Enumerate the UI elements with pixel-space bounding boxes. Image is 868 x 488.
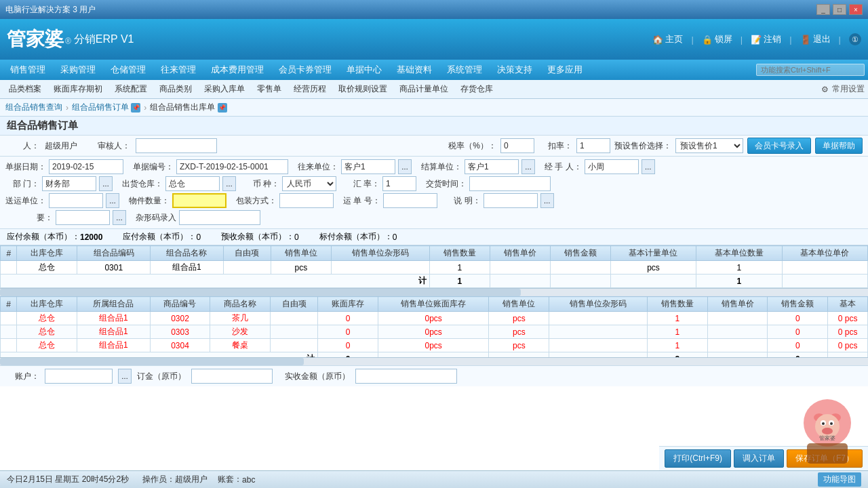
settleunit-input[interactable] bbox=[465, 159, 519, 174]
handler-input[interactable] bbox=[585, 159, 639, 174]
uncollect-label: 标付余额（本币）： bbox=[319, 231, 393, 243]
receive-input[interactable] bbox=[355, 369, 457, 384]
exchange-input[interactable] bbox=[382, 176, 416, 191]
itemcount-input[interactable] bbox=[172, 193, 226, 208]
shipnum-input[interactable] bbox=[383, 193, 437, 208]
note-ellipsis[interactable]: … bbox=[540, 193, 554, 208]
date-input[interactable] bbox=[49, 159, 123, 174]
nav-transaction[interactable]: 往来管理 bbox=[154, 62, 203, 77]
require-input[interactable] bbox=[56, 210, 110, 225]
dcol-code: 商品编号 bbox=[150, 297, 210, 312]
nav-member[interactable]: 会员卡券管理 bbox=[272, 62, 338, 77]
dept-input[interactable] bbox=[42, 176, 96, 191]
col-sale-price: 销售单价 bbox=[490, 246, 550, 261]
price-choice-select[interactable]: 预设售价1 bbox=[675, 138, 743, 153]
nav-warehouse[interactable]: 仓储管理 bbox=[104, 62, 153, 77]
col-warehouse: 出库仓库 bbox=[17, 246, 77, 261]
home-link[interactable]: 🏠 主页 bbox=[652, 33, 683, 45]
subnav-retail[interactable]: 零售单 bbox=[252, 82, 287, 96]
require-ellipsis[interactable]: … bbox=[113, 210, 126, 225]
pack-input[interactable] bbox=[279, 193, 334, 208]
uncollect-value: 0 bbox=[393, 232, 397, 242]
col-sale-barcode: 销售单位杂形码 bbox=[331, 246, 429, 261]
account-input[interactable] bbox=[45, 369, 113, 384]
subnav-price[interactable]: 取价规则设置 bbox=[333, 82, 393, 96]
breadcrumb-query[interactable]: 组合品销售查询 bbox=[5, 102, 62, 113]
shipping-input[interactable] bbox=[49, 193, 103, 208]
detail-scrollbar[interactable] bbox=[0, 357, 868, 365]
info-link[interactable]: ① bbox=[849, 33, 861, 45]
subnav-config[interactable]: 系统配置 bbox=[109, 82, 153, 96]
subnav-purchase-in[interactable]: 采购入库单 bbox=[199, 82, 250, 96]
subnav-warehouse[interactable]: 存货仓库 bbox=[455, 82, 498, 96]
nav-more[interactable]: 更多应用 bbox=[540, 62, 589, 77]
home-label: 主页 bbox=[665, 33, 683, 45]
nav-receipt[interactable]: 单据中心 bbox=[340, 62, 389, 77]
main-scrollbar[interactable] bbox=[0, 288, 868, 296]
subnav-product[interactable]: 品类档案 bbox=[3, 82, 47, 96]
detail-row-3: 总仓 组合品1 0304 餐桌 0 0pcs pcs 1 0 0 pcs bbox=[1, 339, 868, 352]
account-set-value: abc bbox=[242, 475, 255, 485]
exit-link[interactable]: 🚪 退出 bbox=[800, 33, 831, 45]
tounit-input[interactable] bbox=[341, 159, 395, 174]
handler-ellipsis[interactable]: … bbox=[642, 159, 655, 174]
nav-sales[interactable]: 销售管理 bbox=[3, 62, 52, 77]
account-ellipsis[interactable]: … bbox=[118, 369, 132, 384]
subnav-category[interactable]: 商品类别 bbox=[154, 82, 197, 96]
detail-table: # 出库仓库 所属组合品 商品编号 商品名称 自由项 账面库存 销售单位账面库存… bbox=[0, 296, 868, 357]
handler-label: 经 手 人： bbox=[545, 161, 582, 173]
subnav-history[interactable]: 经营历程 bbox=[288, 82, 332, 96]
logout-link[interactable]: 📝 注销 bbox=[751, 33, 781, 45]
close-button[interactable]: × bbox=[849, 4, 863, 15]
page-content: 组合品销售订单 人： 超级用户 审核人： 税率（%）： 扣率： 预设售价选择： … bbox=[0, 117, 868, 470]
docnum-input[interactable] bbox=[176, 159, 288, 174]
tounit-ellipsis[interactable]: … bbox=[398, 159, 412, 174]
discount-input[interactable] bbox=[576, 138, 610, 153]
app-header: 管家婆 ® 分销ERP V1 🏠 主页 | 🔒 锁屏 | 📝 注销 | 🚪 退出… bbox=[0, 19, 868, 60]
svg-text:管家婆: 管家婆 bbox=[819, 435, 835, 441]
exchange-time-input[interactable] bbox=[469, 176, 551, 191]
nav-basic[interactable]: 基础资料 bbox=[390, 62, 439, 77]
help-button[interactable]: 单据帮助 bbox=[815, 138, 863, 154]
svg-point-4 bbox=[822, 428, 833, 434]
settleunit-ellipsis[interactable]: … bbox=[521, 159, 535, 174]
audit-input[interactable] bbox=[136, 138, 217, 153]
subnav-unit[interactable]: 商品计量单位 bbox=[394, 82, 454, 96]
maximize-button[interactable]: □ bbox=[833, 4, 846, 15]
col-sale-unit: 销售单位 bbox=[271, 246, 331, 261]
print-button[interactable]: 打印(Ctrl+F9) bbox=[665, 449, 731, 468]
character-image: 管家婆 bbox=[787, 389, 868, 470]
order-input[interactable] bbox=[191, 369, 273, 384]
lock-link[interactable]: 🔒 锁屏 bbox=[702, 33, 732, 45]
nav-purchase[interactable]: 采购管理 bbox=[54, 62, 102, 77]
barcode-input[interactable] bbox=[179, 210, 260, 225]
warehouse-ellipsis[interactable]: … bbox=[222, 176, 236, 191]
member-card-button[interactable]: 会员卡号录入 bbox=[747, 138, 811, 154]
sub-nav: 品类档案 账面库存期初 系统配置 商品类别 采购入库单 零售单 经营历程 取价规… bbox=[0, 80, 868, 99]
window-controls[interactable]: _ □ × bbox=[816, 4, 863, 15]
subnav-stock-init[interactable]: 账面库存期初 bbox=[48, 82, 108, 96]
dcol-sale-unit: 销售单位 bbox=[489, 297, 549, 312]
currency-select[interactable]: 人民币 bbox=[282, 176, 336, 191]
import-button[interactable]: 调入订单 bbox=[734, 449, 784, 468]
operator-label: 操作员： bbox=[142, 474, 175, 485]
warehouse-input[interactable] bbox=[165, 176, 220, 191]
col-sale-amount: 销售金额 bbox=[550, 246, 610, 261]
function-map[interactable]: 功能导图 bbox=[818, 472, 861, 487]
collect-label: 预收余额（本币）： bbox=[221, 231, 294, 243]
person-value: 超级用户 bbox=[45, 140, 77, 152]
nav-system[interactable]: 系统管理 bbox=[440, 62, 489, 77]
col-base-unit: 基本计量单位 bbox=[610, 246, 696, 261]
home-icon: 🏠 bbox=[652, 35, 663, 45]
dept-ellipsis[interactable]: … bbox=[99, 176, 113, 191]
breadcrumb-order[interactable]: 组合品销售订单 📌 bbox=[72, 102, 140, 113]
nav-search-input[interactable] bbox=[756, 64, 865, 76]
shipping-ellipsis[interactable]: … bbox=[106, 193, 119, 208]
note-input[interactable] bbox=[484, 193, 538, 208]
common-settings[interactable]: ⚙ 常用设置 bbox=[821, 83, 865, 95]
nav-cost[interactable]: 成本费用管理 bbox=[204, 62, 271, 77]
exit-label: 退出 bbox=[813, 33, 831, 45]
minimize-button[interactable]: _ bbox=[816, 4, 830, 15]
nav-decision[interactable]: 决策支持 bbox=[490, 62, 539, 77]
tax-input[interactable] bbox=[500, 138, 534, 153]
